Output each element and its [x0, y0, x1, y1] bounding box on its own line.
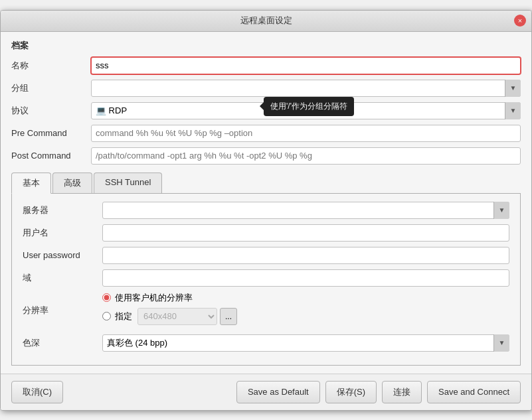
- group-label: 分组: [11, 82, 91, 94]
- username-control: [102, 224, 509, 242]
- section-header: 档案: [11, 40, 521, 52]
- name-label: 名称: [11, 60, 91, 72]
- footer: 取消(C) Save as Default 保存(S) 连接 Save and …: [1, 374, 531, 410]
- tab-ssh-tunnel[interactable]: SSH Tunnel: [94, 173, 162, 193]
- post-command-row: Post Command: [11, 147, 521, 165]
- password-label: User password: [23, 250, 102, 260]
- protocol-row: 协议 💻 RDP ▼ 使用'/'作为分组分隔符: [11, 102, 521, 119]
- resolution-row: 分辨率 使用客户机的分辨率 指定: [23, 292, 509, 329]
- footer-left: 取消(C): [11, 381, 63, 403]
- tab-advanced[interactable]: 高级: [52, 173, 92, 193]
- resolution-dots-button[interactable]: ...: [220, 308, 237, 325]
- domain-input[interactable]: [102, 269, 509, 287]
- color-depth-select[interactable]: 真彩色 (24 bpp): [102, 334, 509, 352]
- group-control: ▼: [91, 80, 521, 97]
- server-select[interactable]: [102, 202, 509, 219]
- resolution-client-radio[interactable]: [102, 293, 111, 302]
- footer-right: Save as Default 保存(S) 连接 Save and Connec…: [236, 381, 521, 403]
- username-label: 用户名: [23, 227, 102, 239]
- pre-command-control: [91, 125, 521, 142]
- main-content: 档案 名称 分组 ▼ 协议: [1, 32, 531, 374]
- pre-command-input[interactable]: [91, 125, 521, 142]
- resolution-specify-option[interactable]: 指定: [102, 311, 132, 322]
- resolution-specify-row: 指定 640x480 ...: [102, 308, 509, 325]
- post-command-label: Post Command: [11, 151, 91, 161]
- resolution-value-select[interactable]: 640x480: [137, 308, 217, 325]
- resolution-label: 分辨率: [23, 305, 102, 316]
- save-default-button[interactable]: Save as Default: [236, 381, 320, 403]
- password-input[interactable]: [102, 247, 509, 264]
- resolution-client-row: 使用客户机的分辨率: [102, 292, 509, 304]
- close-button[interactable]: ×: [514, 15, 526, 27]
- group-row: 分组 ▼: [11, 80, 521, 97]
- password-row: User password: [23, 247, 509, 264]
- protocol-row-inner: 💻 RDP ▼ 使用'/'作为分组分隔符: [91, 102, 521, 119]
- main-window: 远程桌面设定 × 档案 名称 分组 ▼: [0, 10, 532, 411]
- pre-command-row: Pre Command: [11, 125, 521, 142]
- protocol-select-wrapper: 💻 RDP ▼: [91, 102, 521, 119]
- connect-button[interactable]: 连接: [382, 381, 422, 403]
- resolution-specify-radio[interactable]: [102, 312, 111, 320]
- server-control: ▼: [102, 202, 509, 219]
- name-row: 名称: [11, 57, 521, 74]
- tab-content-basic: 服务器 ▼ 用户名 User pas: [11, 194, 521, 366]
- tabs-container: 基本 高级 SSH Tunnel: [11, 173, 521, 194]
- group-select-wrapper: ▼: [91, 80, 521, 97]
- domain-label: 域: [23, 272, 102, 284]
- post-command-input[interactable]: [91, 147, 521, 165]
- protocol-select-outer: 💻 RDP ▼: [91, 102, 521, 119]
- resolution-client-option[interactable]: 使用客户机的分辨率: [102, 292, 193, 304]
- password-control: [102, 247, 509, 264]
- resolution-specify-label: 指定: [115, 311, 132, 322]
- resolution-input-wrapper: 640x480 ...: [137, 308, 237, 325]
- color-depth-label: 色深: [23, 337, 102, 349]
- pre-command-label: Pre Command: [11, 128, 91, 138]
- protocol-select[interactable]: 💻 RDP: [91, 102, 521, 119]
- color-depth-control: 真彩色 (24 bpp) ▼: [102, 334, 509, 352]
- server-select-wrapper: ▼: [102, 202, 509, 219]
- name-input[interactable]: [91, 57, 521, 74]
- username-input[interactable]: [102, 224, 509, 242]
- domain-row: 域: [23, 269, 509, 287]
- color-depth-select-wrapper: 真彩色 (24 bpp) ▼: [102, 334, 509, 352]
- username-row: 用户名: [23, 224, 509, 242]
- save-button[interactable]: 保存(S): [325, 381, 377, 403]
- domain-control: [102, 269, 509, 287]
- color-depth-row: 色深 真彩色 (24 bpp) ▼: [23, 334, 509, 352]
- window-title: 远程桌面设定: [240, 15, 292, 27]
- name-control: [91, 57, 521, 74]
- resolution-client-label: 使用客户机的分辨率: [115, 292, 193, 304]
- save-connect-button[interactable]: Save and Connect: [427, 381, 521, 403]
- post-command-control: [91, 147, 521, 165]
- titlebar: 远程桌面设定 ×: [1, 11, 531, 32]
- protocol-label: 协议: [11, 105, 91, 117]
- server-label: 服务器: [23, 204, 102, 216]
- server-row: 服务器 ▼: [23, 202, 509, 219]
- resolution-control: 使用客户机的分辨率 指定 640x480 ...: [102, 292, 509, 329]
- cancel-button[interactable]: 取消(C): [11, 381, 63, 403]
- protocol-control: 💻 RDP ▼ 使用'/'作为分组分隔符: [91, 102, 521, 119]
- group-select[interactable]: [91, 80, 521, 97]
- tab-basic[interactable]: 基本: [11, 173, 51, 194]
